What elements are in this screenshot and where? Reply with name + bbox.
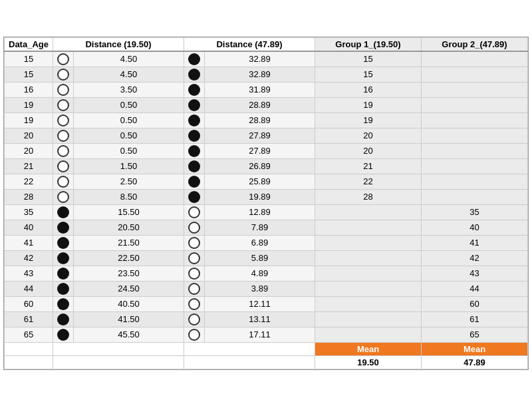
cell-group1: 19 [315,112,422,128]
filled-circle-icon [57,268,69,280]
cell-group1 [315,220,422,235]
footer-empty-1 [5,342,53,355]
filled-circle-icon [57,206,69,218]
filled-circle-icon [57,329,69,341]
mean-label-group2: Mean [422,342,528,355]
empty-circle-icon [57,69,69,81]
filled-circle-icon [188,176,200,188]
empty-circle-icon [188,298,200,310]
empty-circle-icon [188,252,200,264]
cell-group1: 21 [315,158,422,174]
cell-group2: 42 [422,250,528,266]
cell-circle2 [184,311,204,327]
cell-circle1 [53,128,73,143]
cell-group1: 15 [315,51,422,67]
cell-dist2: 32.89 [204,51,315,67]
cell-circle1 [53,311,73,327]
cell-dist2: 6.89 [204,235,315,250]
cell-dist2: 19.89 [204,189,315,204]
cell-group1: 20 [315,128,422,143]
cell-age: 28 [5,189,53,204]
cell-circle1 [53,220,73,235]
table-row: 190.5028.8919 [5,97,528,112]
cell-circle1 [53,51,73,67]
cell-age: 40 [5,220,53,235]
cell-dist2: 27.89 [204,128,315,143]
cell-age: 20 [5,128,53,143]
cell-circle1 [53,235,73,250]
cell-circle2 [184,327,204,342]
cell-dist1: 20.50 [73,220,184,235]
cell-circle2 [184,82,204,97]
cell-dist2: 27.89 [204,143,315,158]
filled-circle-icon [188,84,200,96]
cell-circle2 [184,204,204,220]
cell-dist2: 3.89 [204,281,315,296]
filled-circle-icon [188,145,200,157]
mean-value-group1: 19.50 [315,355,422,369]
cell-circle1 [53,97,73,112]
empty-circle-icon [188,283,200,295]
empty-circle-icon [188,222,200,234]
cell-age: 65 [5,327,53,342]
cell-dist1: 8.50 [73,189,184,204]
table-row: 154.5032.8915 [5,51,528,67]
filled-circle-icon [57,222,69,234]
cell-group2 [422,51,528,67]
table-row: 4121.506.8941 [5,235,528,250]
empty-circle-icon [188,206,200,218]
col-header-dist1: Distance (19.50) [53,37,184,51]
empty-circle-icon [57,84,69,96]
cell-group2 [422,143,528,158]
col-header-dist2: Distance (47.89) [184,37,315,51]
cell-dist1: 0.50 [73,128,184,143]
cell-dist2: 26.89 [204,158,315,174]
footer-empty-2 [53,342,184,355]
table-row: 4424.503.8944 [5,281,528,296]
cell-dist1: 41.50 [73,311,184,327]
cell-group2: 43 [422,266,528,281]
cell-dist1: 21.50 [73,235,184,250]
cell-circle2 [184,266,204,281]
cell-dist2: 32.89 [204,67,315,82]
cell-group2 [422,158,528,174]
empty-circle-icon [57,176,69,188]
empty-circle-icon [57,53,69,65]
filled-circle-icon [57,298,69,310]
table-row: 200.5027.8920 [5,143,528,158]
cell-circle1 [53,281,73,296]
empty-circle-icon [188,329,200,341]
cell-age: 44 [5,281,53,296]
main-table-container: Data_Age Distance (19.50) Distance (47.8… [3,37,529,370]
cell-circle1 [53,158,73,174]
cell-dist1: 45.50 [73,327,184,342]
empty-circle-icon [188,268,200,280]
cell-dist2: 5.89 [204,250,315,266]
cell-circle1 [53,143,73,158]
cell-dist2: 28.89 [204,97,315,112]
cell-group2: 60 [422,296,528,311]
filled-circle-icon [188,130,200,142]
footer-val-empty-1 [5,355,53,369]
table-row: 190.5028.8919 [5,112,528,128]
mean-value-row: 19.50 47.89 [5,355,528,369]
empty-circle-icon [188,313,200,325]
cell-circle2 [184,174,204,189]
filled-circle-icon [188,53,200,65]
cell-age: 19 [5,112,53,128]
table-row: 288.5019.8928 [5,189,528,204]
cell-circle2 [184,112,204,128]
table-row: 163.5031.8916 [5,82,528,97]
cell-age: 16 [5,82,53,97]
cell-circle2 [184,296,204,311]
cell-age: 60 [5,296,53,311]
cell-group1: 20 [315,143,422,158]
cell-group1: 16 [315,82,422,97]
cell-dist2: 31.89 [204,82,315,97]
cell-dist1: 3.50 [73,82,184,97]
cell-circle2 [184,51,204,67]
cell-group2 [422,128,528,143]
cell-group1 [315,311,422,327]
cell-group1 [315,327,422,342]
table-body: 154.5032.8915154.5032.8915163.5031.89161… [5,51,528,343]
